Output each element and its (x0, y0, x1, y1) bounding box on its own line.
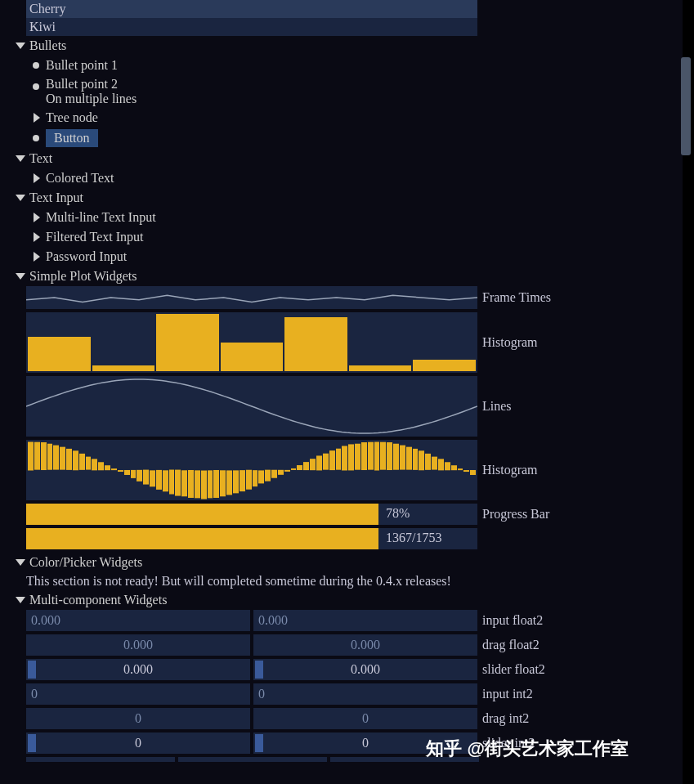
tree-label: Password Input (46, 249, 127, 264)
plot-histogram2 (26, 440, 477, 500)
bullet-icon (33, 135, 39, 141)
slider-field[interactable]: 0 (26, 732, 250, 754)
tree-plots[interactable]: Simple Plot Widgets (15, 267, 679, 286)
progress-bar-count: 1367/1753 (26, 528, 477, 549)
bullet-item: Button (31, 128, 679, 149)
scrollbar[interactable] (681, 57, 691, 155)
tree-multi[interactable]: Multi-component Widgets (15, 590, 679, 610)
bullet-text: Bullet point 2 (46, 77, 137, 92)
bullet-icon (33, 83, 39, 90)
chevron-down-icon (15, 40, 26, 52)
tree-node[interactable]: Tree node (31, 108, 679, 128)
tree-bullets[interactable]: Bullets (15, 36, 679, 56)
chevron-right-icon (31, 231, 43, 243)
input-field[interactable] (178, 757, 327, 762)
tree-multiline-input[interactable]: Multi-line Text Input (31, 208, 679, 227)
chevron-right-icon (31, 251, 43, 262)
color-note: This section is not ready! But will comp… (26, 572, 679, 590)
plot-label: Lines (482, 399, 512, 414)
field-label: input float2 (482, 613, 543, 628)
bullet-text-extra: On multiple lines (46, 92, 137, 106)
tree-text[interactable]: Text (15, 149, 679, 168)
field-label: slider float2 (482, 662, 545, 677)
slider-field[interactable]: 0 (253, 732, 477, 754)
tree-text-input[interactable]: Text Input (15, 188, 679, 208)
progress-text: 78% (386, 506, 410, 521)
field-label: slider int2 (482, 736, 535, 750)
chevron-down-icon (15, 271, 26, 282)
tree-label: Colored Text (46, 171, 114, 186)
demo-panel: Cherry Kiwi Bullets Bullet point 1 Bulle… (0, 0, 683, 784)
input-field[interactable]: 0 (253, 683, 477, 705)
chevron-right-icon (31, 212, 43, 223)
chevron-down-icon (15, 594, 26, 606)
plot-lines (26, 376, 477, 437)
field-label: drag int2 (482, 711, 529, 726)
slider-field[interactable]: 0.000 (253, 659, 477, 680)
plot-frame-times (26, 286, 477, 309)
chevron-down-icon (15, 192, 26, 204)
plot-label: Histogram (482, 463, 538, 477)
list-item[interactable]: Kiwi (26, 18, 477, 36)
tree-password-input[interactable]: Password Input (31, 247, 679, 267)
plot-label: Histogram (482, 335, 538, 350)
bullet-text: Bullet point 1 (46, 58, 118, 73)
tree-label: Color/Picker Widgets (29, 555, 142, 570)
tree-filtered-input[interactable]: Filtered Text Input (31, 227, 679, 247)
plot-label: Progress Bar (482, 507, 549, 522)
drag-field[interactable]: 0.000 (253, 634, 477, 656)
bullet-item: Bullet point 2 On multiple lines (31, 75, 679, 108)
tree-label: Text (29, 151, 52, 166)
input-field[interactable] (330, 757, 479, 762)
drag-field[interactable]: 0.000 (26, 634, 250, 656)
list-item[interactable]: Cherry (26, 0, 477, 18)
tree-label: Simple Plot Widgets (29, 269, 137, 284)
bullet-item: Bullet point 1 (31, 56, 679, 75)
tree-label: Multi-line Text Input (46, 210, 156, 225)
plot-label: Frame Times (482, 290, 551, 305)
input-field[interactable]: 0.000 (253, 610, 477, 631)
field-label: drag float2 (482, 638, 540, 652)
input-field[interactable] (26, 757, 175, 762)
progress-text: 1367/1753 (386, 531, 441, 545)
tree-label: Filtered Text Input (46, 230, 143, 244)
tree-label: Bullets (29, 38, 66, 53)
tree-colored-text[interactable]: Colored Text (31, 168, 679, 188)
listbox[interactable]: Cherry Kiwi (26, 0, 477, 36)
button[interactable]: Button (46, 129, 98, 147)
chevron-right-icon (31, 172, 43, 184)
chevron-right-icon (31, 112, 43, 123)
chevron-down-icon (15, 153, 26, 164)
input-field[interactable]: 0.000 (26, 610, 250, 631)
input-field[interactable]: 0 (26, 683, 250, 705)
drag-field[interactable]: 0 (253, 708, 477, 729)
chevron-down-icon (15, 557, 26, 568)
field-label: input int2 (482, 687, 533, 701)
tree-label: Multi-component Widgets (29, 593, 167, 607)
drag-field[interactable]: 0 (26, 708, 250, 729)
bullet-icon (33, 62, 39, 69)
tree-label: Text Input (29, 190, 83, 205)
tree-label: Tree node (46, 110, 98, 125)
slider-field[interactable]: 0.000 (26, 659, 250, 680)
tree-color[interactable]: Color/Picker Widgets (15, 553, 679, 572)
plot-histogram (26, 312, 477, 373)
progress-bar: 78% (26, 504, 477, 525)
